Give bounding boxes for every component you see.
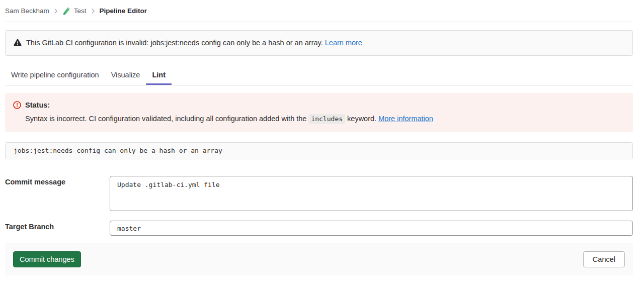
lint-status-title: Status: [25, 100, 50, 110]
includes-code-chip: includes [308, 114, 345, 124]
more-information-link[interactable]: More information [378, 115, 433, 123]
tab-lint[interactable]: Lint [146, 69, 172, 85]
tab-write-pipeline-configuration[interactable]: Write pipeline configuration [5, 69, 105, 85]
target-branch-label: Target Branch [5, 221, 110, 231]
cancel-button[interactable]: Cancel [583, 251, 625, 267]
lint-error-output: jobs:jest:needs config can only be a has… [5, 142, 633, 159]
project-avatar-pencil-icon [62, 7, 71, 15]
commit-message-row: Commit message Update .gitlab-ci.yml fil… [5, 176, 633, 211]
breadcrumb-item-project[interactable]: Test [74, 7, 87, 15]
warning-triangle-icon [14, 39, 22, 47]
pipeline-editor-tabs: Write pipeline configuration Visualize L… [5, 69, 633, 85]
pipeline-editor-page: Sam Beckham Test Pipeline Editor This Gi… [0, 0, 644, 275]
error-circle-icon [13, 101, 21, 109]
tab-visualize[interactable]: Visualize [105, 69, 146, 85]
target-branch-row: Target Branch [5, 221, 633, 236]
commit-form: Commit message Update .gitlab-ci.yml fil… [5, 176, 633, 275]
lint-status-section: Status: Syntax is incorrect. CI configur… [5, 93, 633, 132]
chevron-right-icon [52, 8, 59, 15]
ci-invalid-alert: This GitLab CI configuration is invalid:… [5, 30, 633, 56]
breadcrumb-item-user[interactable]: Sam Beckham [5, 7, 49, 15]
alert-text: This GitLab CI configuration is invalid:… [26, 39, 323, 47]
breadcrumb-item-current: Pipeline Editor [100, 7, 147, 15]
lint-status-message: Syntax is incorrect. CI configuration va… [25, 114, 625, 124]
alert-message: This GitLab CI configuration is invalid:… [26, 38, 362, 48]
breadcrumb: Sam Beckham Test Pipeline Editor [5, 0, 633, 22]
commit-message-input[interactable]: Update .gitlab-ci.yml file [110, 176, 633, 211]
commit-message-label: Commit message [5, 176, 110, 186]
lint-status-text-after: keyword. [347, 115, 376, 123]
lint-status-text: Syntax is incorrect. CI configuration va… [25, 115, 306, 123]
chevron-right-icon [90, 8, 97, 15]
commit-form-actions: Commit changes Cancel [5, 243, 633, 275]
commit-changes-button[interactable]: Commit changes [13, 251, 81, 267]
learn-more-link[interactable]: Learn more [325, 39, 362, 47]
target-branch-input[interactable] [110, 221, 633, 236]
lint-status-title-row: Status: [13, 100, 625, 110]
